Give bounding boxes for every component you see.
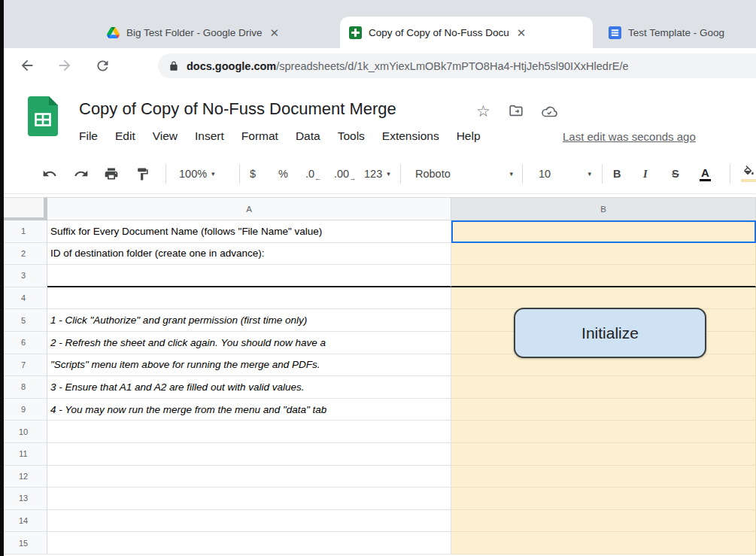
close-icon[interactable]: ✕ (517, 27, 527, 38)
reload-button[interactable] (92, 55, 113, 76)
menu-edit[interactable]: Edit (115, 129, 135, 143)
bold-button[interactable]: B (613, 164, 621, 184)
cell-A12[interactable] (47, 466, 451, 488)
fill-color-button[interactable] (741, 164, 756, 184)
sheet-row-14: 14 (0, 510, 756, 533)
cell-B3[interactable] (451, 265, 756, 287)
font-size-select[interactable]: 10 ▾ (539, 164, 591, 184)
row-header-9[interactable]: 9 (0, 399, 47, 421)
row-header-6[interactable]: 6 (0, 332, 47, 354)
row-header-1[interactable]: 1 (0, 220, 47, 243)
cell-A7[interactable]: "Scripts" menu item above for running th… (47, 354, 451, 377)
row-header-15[interactable]: 15 (0, 532, 47, 554)
paint-format-button[interactable] (135, 164, 150, 184)
toolbar-divider (165, 164, 166, 184)
print-button[interactable] (104, 164, 119, 184)
tab-spreadsheet-active[interactable]: Copy of Copy of No-Fuss Docu ✕ (340, 17, 593, 48)
window-edge (0, 0, 4, 556)
tab-title: Copy of Copy of No-Fuss Docu (369, 27, 509, 38)
menu-format[interactable]: Format (241, 129, 278, 143)
cell-A5[interactable]: 1 - Click "Authorize" and grant permissi… (47, 309, 451, 332)
row-header-8[interactable]: 8 (0, 376, 47, 399)
column-header-B[interactable]: B (451, 197, 756, 220)
cell-A3[interactable] (47, 265, 451, 287)
last-edit-status[interactable]: Last edit was seconds ago (563, 130, 696, 143)
menu-insert[interactable]: Insert (195, 129, 224, 143)
row-header-3[interactable]: 3 (0, 265, 47, 287)
cell-B12[interactable] (451, 466, 756, 488)
move-folder-icon[interactable] (508, 102, 524, 122)
row-header-13[interactable]: 13 (0, 488, 47, 510)
cell-A9[interactable]: 4 - You may now run the merge from the m… (47, 399, 451, 421)
row-header-14[interactable]: 14 (0, 510, 47, 533)
row-header-2[interactable]: 2 (0, 243, 47, 266)
star-icon[interactable]: ☆ (476, 102, 490, 120)
cell-B9[interactable] (451, 399, 756, 421)
cell-A4[interactable] (47, 287, 451, 310)
row-header-4[interactable]: 4 (0, 287, 47, 310)
fill-color-icon (742, 166, 755, 178)
document-title[interactable]: Copy of Copy of No-Fuss Document Merge (79, 99, 396, 119)
close-icon[interactable]: ✕ (270, 27, 280, 38)
menu-view[interactable]: View (153, 129, 178, 143)
menu-help[interactable]: Help (457, 129, 481, 143)
menu-data[interactable]: Data (296, 129, 320, 143)
spreadsheet-grid: A B 1 Suffix for Every Document Name (fo… (0, 194, 756, 556)
cell-A8[interactable]: 3 - Ensure that A1 and A2 are filled out… (47, 376, 451, 399)
row-header-10[interactable]: 10 (0, 421, 47, 443)
menu-file[interactable]: File (79, 129, 98, 143)
cell-B1-selected[interactable] (451, 220, 756, 243)
increase-decimal-button[interactable]: .00→ (334, 164, 356, 184)
cell-A1[interactable]: Suffix for Every Document Name (follows … (47, 220, 451, 243)
cell-B11[interactable] (451, 443, 756, 466)
address-bar[interactable]: docs.google.com/spreadsheets/d/1k_xmYiex… (158, 53, 756, 78)
cell-A2[interactable]: ID of destination folder (create one in … (47, 243, 451, 266)
undo-button[interactable] (42, 164, 57, 184)
menu-extensions[interactable]: Extensions (382, 129, 439, 143)
text-color-button[interactable]: A (700, 164, 711, 184)
sheet-row-1: 1 Suffix for Every Document Name (follow… (0, 220, 756, 243)
row-header-7[interactable]: 7 (0, 354, 47, 377)
cell-B13[interactable] (451, 488, 756, 510)
cell-B4[interactable] (451, 287, 756, 310)
sheet-row-10: 10 (0, 421, 756, 443)
forward-button[interactable] (54, 55, 75, 76)
row-header-5[interactable]: 5 (0, 309, 47, 332)
cell-A10[interactable] (47, 421, 451, 443)
sheet-row-12: 12 (0, 466, 756, 488)
back-button[interactable] (17, 55, 38, 76)
cell-A6[interactable]: 2 - Refresh the sheet and click again. Y… (47, 332, 451, 354)
sheet-row-13: 13 (0, 488, 756, 510)
select-all-corner[interactable] (0, 197, 47, 220)
row-header-12[interactable]: 12 (0, 466, 47, 488)
menu-tools[interactable]: Tools (338, 129, 365, 143)
cell-B14[interactable] (451, 510, 756, 533)
zoom-select[interactable]: 100% ▾ (179, 164, 215, 184)
column-header-A[interactable]: A (47, 197, 451, 220)
cell-B2[interactable] (451, 243, 756, 266)
initialize-button[interactable]: Initialize (514, 308, 706, 358)
cell-B8[interactable] (451, 376, 756, 399)
redo-button[interactable] (74, 164, 89, 184)
cloud-saved-icon[interactable] (540, 102, 558, 123)
strikethrough-button[interactable]: S (672, 164, 679, 184)
cell-A14[interactable] (47, 510, 451, 533)
format-currency-button[interactable]: $ (250, 164, 256, 184)
reload-icon (95, 58, 111, 74)
row-header-11[interactable]: 11 (0, 443, 47, 466)
fill-color-swatch (741, 179, 756, 182)
format-percent-button[interactable]: % (278, 164, 288, 184)
tab-title: Test Template - Goog (628, 27, 724, 38)
cell-A15[interactable] (47, 532, 451, 554)
decrease-decimal-button[interactable]: .0← (305, 164, 321, 184)
font-select[interactable]: Roboto ▾ (415, 164, 513, 184)
cell-B10[interactable] (451, 421, 756, 443)
cell-B15[interactable] (451, 532, 756, 554)
toolbar-divider (522, 164, 523, 184)
cell-A11[interactable] (47, 443, 451, 466)
tab-google-drive[interactable]: Big Test Folder - Google Drive ✕ (98, 17, 335, 48)
more-formats-button[interactable]: 123 ▾ (364, 164, 390, 184)
tab-test-template[interactable]: Test Template - Goog (600, 17, 756, 48)
cell-A13[interactable] (47, 488, 451, 510)
italic-button[interactable]: I (643, 164, 648, 184)
